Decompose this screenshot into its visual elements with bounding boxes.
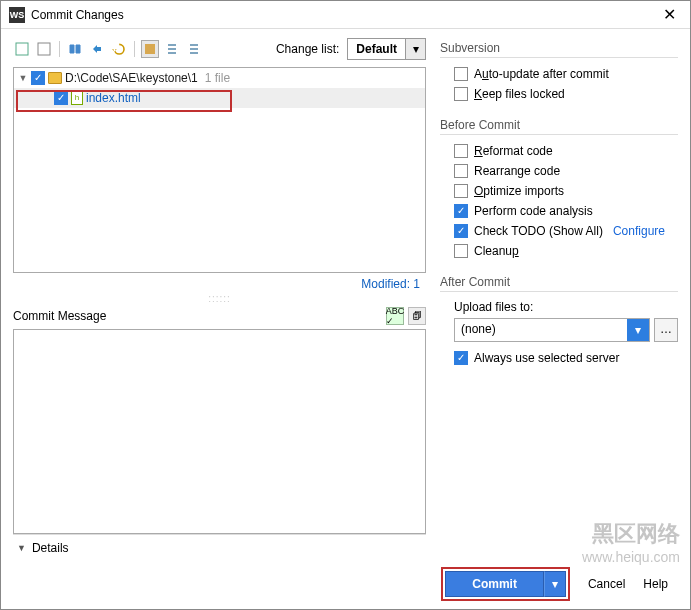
subversion-header: Subversion [440, 41, 678, 58]
optimize-label: Optimize imports [474, 184, 564, 198]
close-icon[interactable]: ✕ [657, 5, 682, 24]
change-list-combo[interactable]: Default ▾ [347, 38, 426, 60]
commit-message-label: Commit Message [13, 309, 386, 323]
svg-rect-0 [16, 43, 28, 55]
group-by-icon[interactable] [141, 40, 159, 58]
todo-checkbox[interactable] [454, 224, 468, 238]
chevron-down-icon[interactable]: ▾ [405, 39, 425, 59]
details-toggle[interactable]: ▼ Details [13, 534, 426, 559]
change-list-value: Default [348, 39, 405, 59]
toolbar: Change list: Default ▾ [13, 35, 426, 63]
cancel-button[interactable]: Cancel [588, 577, 625, 591]
upload-combo[interactable]: (none) ▾ [454, 318, 650, 342]
window-title: Commit Changes [31, 8, 657, 22]
collapse-icon[interactable] [185, 40, 203, 58]
upload-value: (none) [455, 319, 627, 341]
cleanup-checkbox[interactable] [454, 244, 468, 258]
rearrange-option[interactable]: Rearrange code [440, 161, 678, 181]
change-list-label: Change list: [276, 42, 339, 56]
upload-label: Upload files to: [440, 298, 678, 318]
splitter[interactable]: :::::: [13, 293, 426, 303]
chevron-down-icon: ▼ [17, 543, 26, 553]
always-use-label: Always use selected server [474, 351, 619, 365]
analysis-option[interactable]: Perform code analysis [440, 201, 678, 221]
rearrange-label: Rearrange code [474, 164, 560, 178]
commit-message-input[interactable] [13, 329, 426, 535]
tree-root-row[interactable]: ▼ D:\Code\SAE\keystone\1 1 file [14, 68, 425, 88]
app-icon: WS [9, 7, 25, 23]
always-use-option[interactable]: Always use selected server [440, 348, 678, 368]
move-icon[interactable] [88, 40, 106, 58]
svg-rect-2 [145, 44, 155, 54]
expand-icon[interactable] [163, 40, 181, 58]
help-button[interactable]: Help [643, 577, 668, 591]
history-icon[interactable]: 🗐 [408, 307, 426, 325]
auto-update-checkbox[interactable] [454, 67, 468, 81]
configure-link[interactable]: Configure [613, 224, 665, 238]
before-commit-header: Before Commit [440, 118, 678, 135]
modified-count: Modified: 1 [13, 273, 426, 293]
highlight-box [16, 90, 232, 112]
keep-locked-option[interactable]: Keep files locked [440, 84, 678, 104]
reformat-option[interactable]: Reformat code [440, 141, 678, 161]
diff-icon[interactable] [66, 40, 84, 58]
analysis-label: Perform code analysis [474, 204, 593, 218]
folder-icon [48, 72, 62, 84]
commit-button-wrap: Commit ▾ [441, 567, 570, 601]
keep-locked-checkbox[interactable] [454, 87, 468, 101]
expand-arrow-icon[interactable]: ▼ [18, 73, 28, 83]
todo-label: Check TODO (Show All) [474, 224, 603, 238]
file-tree[interactable]: ▼ D:\Code\SAE\keystone\1 1 file h index.… [13, 67, 426, 273]
root-hint: 1 file [205, 71, 230, 85]
spellcheck-icon[interactable]: ABC✓ [386, 307, 404, 325]
after-commit-header: After Commit [440, 275, 678, 292]
optimize-option[interactable]: Optimize imports [440, 181, 678, 201]
auto-update-label: Auto-update after commit [474, 67, 609, 81]
browse-button[interactable]: … [654, 318, 678, 342]
commit-dropdown[interactable]: ▾ [544, 571, 566, 597]
todo-option[interactable]: Check TODO (Show All) Configure [440, 221, 678, 241]
analysis-checkbox[interactable] [454, 204, 468, 218]
rearrange-checkbox[interactable] [454, 164, 468, 178]
always-use-checkbox[interactable] [454, 351, 468, 365]
auto-update-option[interactable]: Auto-update after commit [440, 64, 678, 84]
root-path: D:\Code\SAE\keystone\1 [65, 71, 198, 85]
revert-icon[interactable] [110, 40, 128, 58]
toolbar-icon-2[interactable] [35, 40, 53, 58]
commit-button[interactable]: Commit [445, 571, 544, 597]
optimize-checkbox[interactable] [454, 184, 468, 198]
reformat-label: Reformat code [474, 144, 553, 158]
chevron-down-icon[interactable]: ▾ [627, 319, 649, 341]
keep-locked-label: Keep files locked [474, 87, 565, 101]
details-label: Details [32, 541, 69, 555]
toolbar-icon-1[interactable] [13, 40, 31, 58]
cleanup-option[interactable]: Cleanup [440, 241, 678, 261]
cleanup-label: Cleanup [474, 244, 519, 258]
svg-rect-1 [38, 43, 50, 55]
reformat-checkbox[interactable] [454, 144, 468, 158]
root-checkbox[interactable] [31, 71, 45, 85]
